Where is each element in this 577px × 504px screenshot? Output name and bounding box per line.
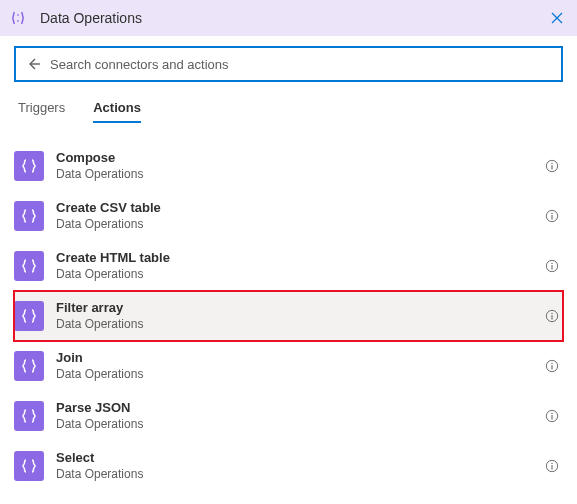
data-operations-icon	[14, 401, 44, 431]
action-row[interactable]: Create CSV tableData Operations	[14, 191, 563, 241]
action-subtitle: Data Operations	[56, 467, 543, 482]
data-operations-icon	[14, 151, 44, 181]
action-subtitle: Data Operations	[56, 167, 543, 182]
action-text: Create CSV tableData Operations	[56, 200, 543, 231]
data-operations-icon	[14, 351, 44, 381]
action-name: Create CSV table	[56, 200, 543, 216]
data-operations-icon	[14, 451, 44, 481]
info-icon[interactable]	[543, 457, 561, 475]
action-list: ComposeData OperationsCreate CSV tableDa…	[14, 141, 563, 491]
search-input[interactable]	[50, 48, 555, 80]
tabs: Triggers Actions	[14, 100, 563, 123]
action-subtitle: Data Operations	[56, 217, 543, 232]
action-row[interactable]: Filter arrayData Operations	[14, 291, 563, 341]
action-text: Parse JSONData Operations	[56, 400, 543, 431]
tab-actions[interactable]: Actions	[93, 100, 141, 123]
action-subtitle: Data Operations	[56, 367, 543, 382]
action-text: JoinData Operations	[56, 350, 543, 381]
close-button[interactable]	[543, 4, 571, 32]
action-text: ComposeData Operations	[56, 150, 543, 181]
action-row[interactable]: ComposeData Operations	[14, 141, 563, 191]
data-operations-icon	[14, 251, 44, 281]
action-row[interactable]: Parse JSONData Operations	[14, 391, 563, 441]
data-operations-icon	[14, 301, 44, 331]
action-row[interactable]: SelectData Operations	[14, 441, 563, 491]
info-icon[interactable]	[543, 257, 561, 275]
info-icon[interactable]	[543, 407, 561, 425]
panel-title: Data Operations	[40, 10, 543, 26]
action-text: Create HTML tableData Operations	[56, 250, 543, 281]
action-subtitle: Data Operations	[56, 267, 543, 282]
panel-header: Data Operations	[0, 0, 577, 36]
data-operations-icon	[6, 6, 30, 30]
action-row[interactable]: Create HTML tableData Operations	[14, 241, 563, 291]
info-icon[interactable]	[543, 307, 561, 325]
action-subtitle: Data Operations	[56, 317, 543, 332]
tab-triggers[interactable]: Triggers	[18, 100, 65, 123]
action-subtitle: Data Operations	[56, 417, 543, 432]
action-name: Compose	[56, 150, 543, 166]
action-name: Select	[56, 450, 543, 466]
search-bar	[14, 46, 563, 82]
data-operations-icon	[14, 201, 44, 231]
action-name: Join	[56, 350, 543, 366]
action-row[interactable]: JoinData Operations	[14, 341, 563, 391]
action-text: Filter arrayData Operations	[56, 300, 543, 331]
info-icon[interactable]	[543, 357, 561, 375]
action-text: SelectData Operations	[56, 450, 543, 481]
back-arrow-icon[interactable]	[22, 53, 44, 75]
info-icon[interactable]	[543, 207, 561, 225]
info-icon[interactable]	[543, 157, 561, 175]
action-name: Create HTML table	[56, 250, 543, 266]
action-name: Parse JSON	[56, 400, 543, 416]
action-name: Filter array	[56, 300, 543, 316]
